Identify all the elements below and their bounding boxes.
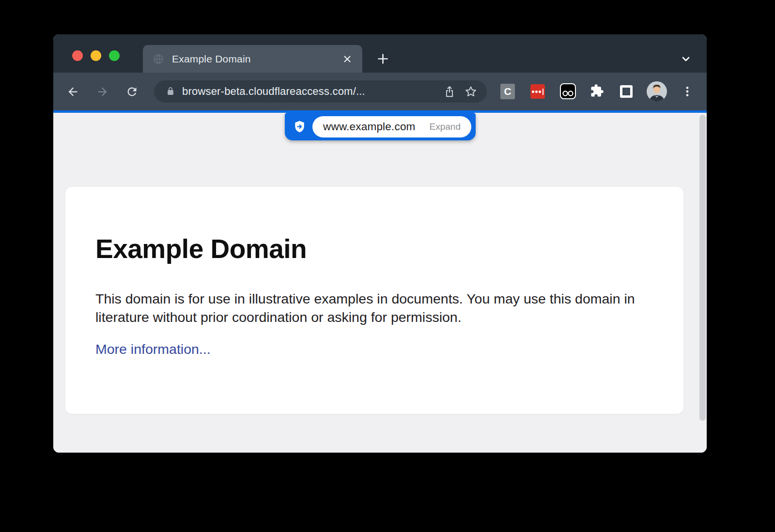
side-panel-frame-icon[interactable]: [620, 85, 633, 98]
browser-toolbar: browser-beta.cloudflareaccess.com/... C: [53, 73, 707, 110]
star-bookmark-icon[interactable]: [465, 85, 477, 98]
page-paragraph: This domain is for use in illustrative e…: [95, 289, 650, 326]
isolated-site-pill[interactable]: www.example.com Expand: [312, 116, 471, 137]
c-badge-extension-icon[interactable]: C: [500, 84, 515, 99]
kebab-menu-icon[interactable]: [681, 85, 694, 98]
zoom-traffic-light[interactable]: [109, 50, 120, 61]
more-information-link[interactable]: More information...: [95, 341, 211, 357]
isolation-domain-pill: www.example.com Expand: [285, 113, 476, 140]
desktop-background: Example Domain browser-beta.cloudflareac…: [0, 0, 775, 532]
shield-arrow-icon: [293, 120, 306, 133]
address-bar[interactable]: browser-beta.cloudflareaccess.com/...: [154, 80, 487, 103]
globe-icon: [153, 53, 164, 65]
vertical-scrollbar[interactable]: [699, 115, 706, 421]
two-circles-extension-icon[interactable]: [560, 83, 576, 99]
share-icon[interactable]: [443, 85, 456, 98]
url-text: browser-beta.cloudflareaccess.com/...: [182, 85, 437, 98]
tab-search-chevron-icon[interactable]: [680, 53, 692, 65]
tab-strip: Example Domain: [53, 34, 707, 73]
active-tab[interactable]: Example Domain: [143, 45, 362, 73]
close-traffic-light[interactable]: [72, 50, 83, 61]
forward-button[interactable]: [96, 85, 109, 98]
page-viewport: www.example.com Expand Example Domain Th…: [53, 113, 707, 453]
minimize-traffic-light[interactable]: [91, 50, 101, 61]
puzzle-extensions-icon[interactable]: [590, 84, 604, 98]
expand-button[interactable]: Expand: [430, 122, 461, 132]
red-dots-extension-icon[interactable]: [530, 84, 545, 99]
profile-avatar[interactable]: [647, 81, 667, 102]
lock-icon[interactable]: [166, 87, 175, 96]
isolated-domain-text: www.example.com: [323, 121, 430, 133]
content-card: Example Domain This domain is for use in…: [65, 187, 683, 414]
browser-window: Example Domain browser-beta.cloudflareac…: [53, 34, 707, 453]
back-button[interactable]: [66, 85, 79, 98]
tab-title: Example Domain: [172, 53, 342, 65]
tab-close-icon[interactable]: [342, 54, 353, 64]
reload-button[interactable]: [125, 85, 139, 98]
page-title: Example Domain: [95, 234, 650, 265]
new-tab-button[interactable]: [376, 52, 389, 65]
